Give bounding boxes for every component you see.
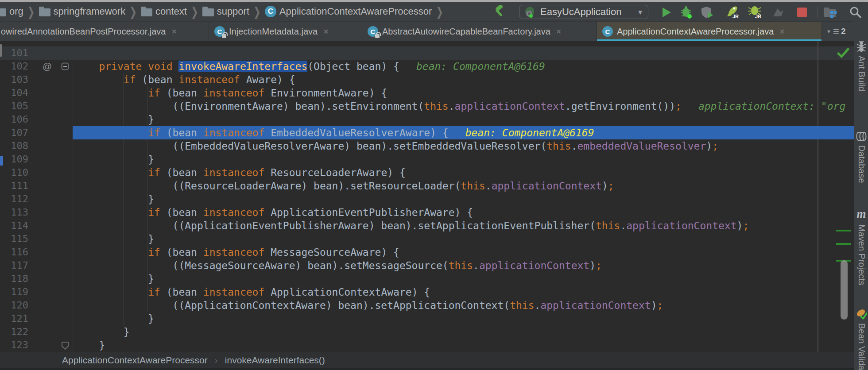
run-with-coverage-button[interactable] [699,5,716,19]
folder-icon [141,7,152,16]
run-button[interactable] [658,5,674,19]
code-line[interactable]: 104 if (bean instanceof EnvironmentAware… [0,86,854,100]
code-editor[interactable]: 101102@ private void invokeAwareInterfac… [0,41,854,352]
line-number: 117 [0,259,28,272]
code-line[interactable]: 102@ private void invokeAwareInterfaces(… [0,60,854,73]
code-line[interactable]: 118 } [0,272,854,285]
change-marker[interactable] [836,243,851,245]
jrebel-run-button[interactable]: JR [725,5,741,19]
tab-injection-metadata[interactable]: C InjectionMetadata.java × [209,22,362,41]
code-line[interactable]: 106 } [0,113,854,126]
tool-window-stripe: Ant Build Database m Maven Projects Bean… [854,21,868,370]
run-configuration-name: EasyUcApplication [540,6,621,18]
editor-tab-bar: owiredAnnotationBeanPostProcessor.java ×… [0,21,854,41]
close-icon[interactable]: × [171,27,177,37]
breadcrumb-item-context[interactable]: context [140,6,188,17]
breadcrumb-item-class[interactable]: C ApplicationContextAwareProcessor [264,6,433,17]
close-icon[interactable]: × [323,27,329,37]
code-line[interactable]: 117 ((MessageSourceAware) bean).setMessa… [0,259,854,272]
code-line[interactable]: 103 if (bean instanceof Aware) { [0,73,854,86]
navigation-bar: org ❯ springframework ❯ context ❯ suppor… [0,2,868,21]
code-line[interactable]: 105 ((EnvironmentAware) bean).setEnviron… [0,100,854,113]
breadcrumb-separator: ❯ [188,4,202,19]
code-line[interactable]: 110 if (bean instanceof ResourceLoaderAw… [0,166,854,179]
tab-label: ApplicationContextAwareProcessor.java [617,27,774,37]
annotation-gutter-icon: @ [43,60,52,73]
code-line[interactable]: 111 ((ResourceLoaderAware) bean).setReso… [0,179,854,193]
tool-button-ant-build[interactable]: Ant Build [854,41,868,91]
code-line[interactable]: 114 ((ApplicationEventPublisherAware) be… [0,219,854,232]
breadcrumb-item-springframework[interactable]: springframework [38,6,127,17]
code-line[interactable]: 120 ((ApplicationContextAware) bean).set… [0,299,854,312]
close-icon[interactable]: × [556,27,562,37]
class-icon: C [214,26,225,37]
line-number: 116 [0,246,28,259]
class-icon: C [368,26,378,37]
line-number: 119 [0,285,28,299]
code-text: ((EnvironmentAware) bean).setEnvironment… [74,100,845,113]
code-text: if (bean instanceof ApplicationContextAw… [74,285,430,299]
code-line[interactable]: 123 } [0,339,854,352]
bean-icon [856,308,867,320]
code-line[interactable]: 116 if (bean instanceof MessageSourceAwa… [0,246,854,259]
code-text: if (bean instanceof ApplicationEventPubl… [74,206,473,219]
tab-application-context-aware-processor[interactable]: C ApplicationContextAwareProcessor.java … [597,22,822,41]
code-line[interactable]: 108 ((EmbeddedValueResolverAware) bean).… [0,139,854,153]
code-line[interactable]: 121 } [0,312,854,325]
breadcrumb-item-support[interactable]: support [202,6,250,17]
code-text: } [74,153,154,166]
code-line[interactable]: 115 } [0,232,854,246]
fold-collapse-icon[interactable] [61,62,69,72]
breadcrumb-separator: ❯ [24,4,38,19]
code-line[interactable]: 107 if (bean instanceof EmbeddedValueRes… [0,126,854,139]
code-line[interactable]: 119 if (bean instanceof ApplicationConte… [0,285,854,299]
hidden-tabs-count: 2 [841,27,846,36]
code-text: if (bean instanceof Aware) { [74,73,295,86]
rerun-disabled-icon [770,5,787,19]
fold-end-icon[interactable] [61,341,69,352]
debug-button[interactable] [678,5,694,19]
breadcrumb-label: support [217,6,249,17]
breadcrumb-label: org [9,6,23,17]
code-line[interactable]: 113 if (bean instanceof ApplicationEvent… [0,206,854,219]
code-text: } [74,272,154,285]
code-text: ((ApplicationEventPublisherAware) bean).… [74,219,749,232]
line-number: 121 [0,312,28,325]
breadcrumb-class[interactable]: ApplicationContextAwareProcessor [62,355,208,366]
line-number: 122 [0,325,28,339]
toolbar-separator [817,6,818,18]
folder-icon [202,7,214,16]
vertical-scrollbar[interactable] [841,260,848,320]
build-hammer-icon[interactable] [491,4,507,19]
breadcrumb-item-org[interactable]: org [0,6,24,17]
search-everywhere-button[interactable] [847,5,864,19]
tab-abstract-autowire-capable-bean-factory[interactable]: C AbstractAutowireCapableBeanFactory.jav… [362,22,597,41]
code-line[interactable]: 112 } [0,193,854,206]
code-line[interactable]: 101 [0,46,854,60]
run-configuration-select[interactable]: EasyUcApplication ▼ [519,5,648,19]
tool-button-bean-validation[interactable]: Bean Validation [854,308,868,370]
line-number: 115 [0,232,28,246]
tab-label: owiredAnnotationBeanPostProcessor.java [1,27,166,37]
tool-button-maven-projects[interactable]: m Maven Projects [854,207,868,285]
jrebel-debug-button[interactable]: JR [747,5,763,19]
hidden-tabs-dropdown[interactable]: ▼ ≡ 2 [824,21,854,41]
tab-autowired-annotation-bean-post-processor[interactable]: owiredAnnotationBeanPostProcessor.java × [0,22,209,41]
breadcrumb-method[interactable]: invokeAwareInterfaces() [225,355,325,366]
tool-button-database[interactable]: Database [854,131,868,183]
lock-icon [375,34,380,38]
code-line[interactable]: 122 } [0,325,854,339]
code-text: } [74,339,105,352]
code-text: if (bean instanceof EmbeddedValueResolve… [74,126,594,139]
inspections-ok-icon[interactable] [837,48,849,58]
folder-icon [0,7,6,16]
change-marker[interactable] [836,230,851,231]
stop-button[interactable] [794,5,810,19]
code-line[interactable]: 109 } [0,153,854,166]
project-structure-button[interactable] [822,5,839,19]
close-icon[interactable]: × [779,27,785,37]
breadcrumb-separator: ❯ [126,4,140,19]
breadcrumb-separator: › [208,355,225,366]
code-text: if (bean instanceof MessageSourceAware) … [74,246,399,259]
code-text: } [74,113,154,126]
